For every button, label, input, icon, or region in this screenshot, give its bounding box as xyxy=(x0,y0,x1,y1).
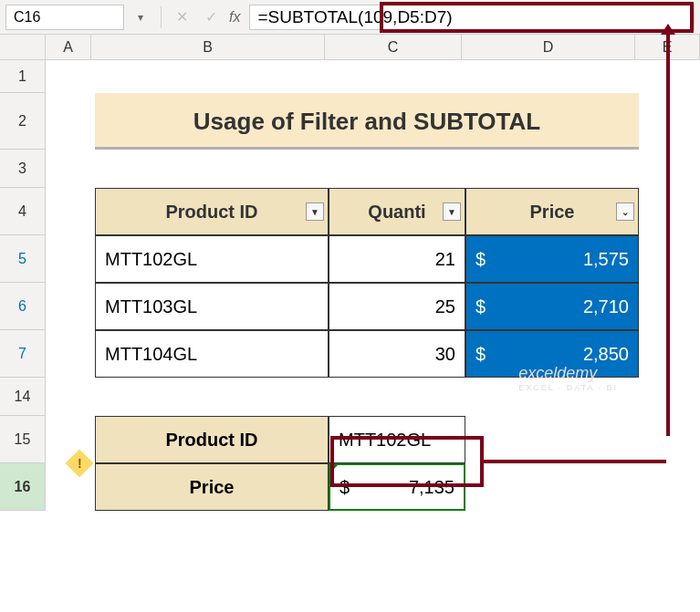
funnel-icon: ⌄ xyxy=(622,207,629,217)
fx-icon[interactable]: fx xyxy=(229,9,240,26)
header-label: Quanti xyxy=(368,202,425,223)
annotation-arrow-vertical xyxy=(666,33,670,436)
table-row: MTT103GL 25 $2,710 xyxy=(95,283,639,330)
cell-price[interactable]: $2,710 xyxy=(465,283,639,330)
result-value-pid[interactable]: MTT102GL xyxy=(329,416,465,463)
result-row-pid: Product ID MTT102GL xyxy=(95,416,465,463)
select-all-corner[interactable] xyxy=(0,35,46,59)
chevron-down-icon[interactable]: ▾ xyxy=(128,5,153,30)
name-box-value: C16 xyxy=(14,9,40,26)
filter-button[interactable]: ▼ xyxy=(306,202,324,221)
row-header-7[interactable]: 7 xyxy=(0,330,45,378)
formula-text: =SUBTOTAL(109,D5:D7) xyxy=(257,7,452,27)
header-label: Price xyxy=(530,202,575,223)
row-header-16[interactable]: 16 xyxy=(0,463,45,511)
cell-price[interactable]: $1,575 xyxy=(465,235,639,283)
warning-icon[interactable]: ! xyxy=(65,449,93,477)
row-header-14[interactable]: 14 xyxy=(0,378,45,416)
table-header-row: Product ID ▼ Quanti ▼ Price ⌄ xyxy=(95,188,639,235)
row-header-15[interactable]: 15 xyxy=(0,416,45,463)
col-header-D[interactable]: D xyxy=(462,35,635,59)
cell-quantity[interactable]: 25 xyxy=(329,283,465,330)
confirm-formula-button[interactable]: ✓ xyxy=(198,5,224,30)
header-label: Product ID xyxy=(165,202,257,223)
col-header-B[interactable]: B xyxy=(91,35,325,59)
spreadsheet-grid: A B C D E 1 2 3 4 5 6 7 14 15 16 Usage o… xyxy=(0,35,700,511)
header-price: Price ⌄ xyxy=(465,188,639,235)
watermark: exceldemy EXCEL · DATA · BI xyxy=(518,364,618,392)
chevron-down-icon: ▼ xyxy=(447,207,456,217)
result-row-price: Price ! $ 7,135 xyxy=(95,463,465,511)
cells-area[interactable]: Usage of Filter and SUBTOTAL Product ID … xyxy=(46,60,700,511)
check-icon: ✓ xyxy=(205,8,217,26)
result-label-price: Price ! xyxy=(95,463,329,511)
row-headers: 1 2 3 4 5 6 7 14 15 16 xyxy=(0,60,46,511)
cell-quantity[interactable]: 21 xyxy=(329,235,465,283)
cell-product-id[interactable]: MTT102GL xyxy=(95,235,329,283)
filter-button[interactable]: ▼ xyxy=(443,202,461,221)
x-icon: ✕ xyxy=(176,8,188,26)
formula-bar: C16 ▾ ✕ ✓ fx =SUBTOTAL(109,D5:D7) xyxy=(0,0,700,35)
formula-input[interactable]: =SUBTOTAL(109,D5:D7) xyxy=(249,5,695,30)
column-headers: A B C D E xyxy=(0,35,700,60)
row-header-6[interactable]: 6 xyxy=(0,283,45,330)
header-quantity: Quanti ▼ xyxy=(329,188,465,235)
cancel-formula-button[interactable]: ✕ xyxy=(169,5,194,30)
header-product-id: Product ID ▼ xyxy=(95,188,329,235)
row-header-4[interactable]: 4 xyxy=(0,188,45,235)
cell-quantity[interactable]: 30 xyxy=(329,330,465,378)
result-label-pid: Product ID xyxy=(95,416,329,463)
row-header-2[interactable]: 2 xyxy=(0,93,45,150)
name-box[interactable]: C16 xyxy=(5,5,124,30)
annotation-arrow-horizontal xyxy=(484,460,666,463)
filter-active-button[interactable]: ⌄ xyxy=(616,202,634,221)
cell-product-id[interactable]: MTT104GL xyxy=(95,330,329,378)
cell-product-id[interactable]: MTT103GL xyxy=(95,283,329,330)
divider xyxy=(161,6,162,28)
col-header-C[interactable]: C xyxy=(325,35,462,59)
page-title: Usage of Filter and SUBTOTAL xyxy=(95,93,639,150)
row-header-3[interactable]: 3 xyxy=(0,150,45,188)
chevron-down-icon: ▼ xyxy=(310,207,319,217)
table-row: MTT102GL 21 $1,575 xyxy=(95,235,639,283)
row-header-5[interactable]: 5 xyxy=(0,235,45,283)
result-block: Product ID MTT102GL Price ! $ 7,135 xyxy=(95,416,465,511)
col-header-A[interactable]: A xyxy=(46,35,91,59)
row-header-1[interactable]: 1 xyxy=(0,60,45,93)
selected-cell-C16[interactable]: $ 7,135 xyxy=(329,463,465,511)
